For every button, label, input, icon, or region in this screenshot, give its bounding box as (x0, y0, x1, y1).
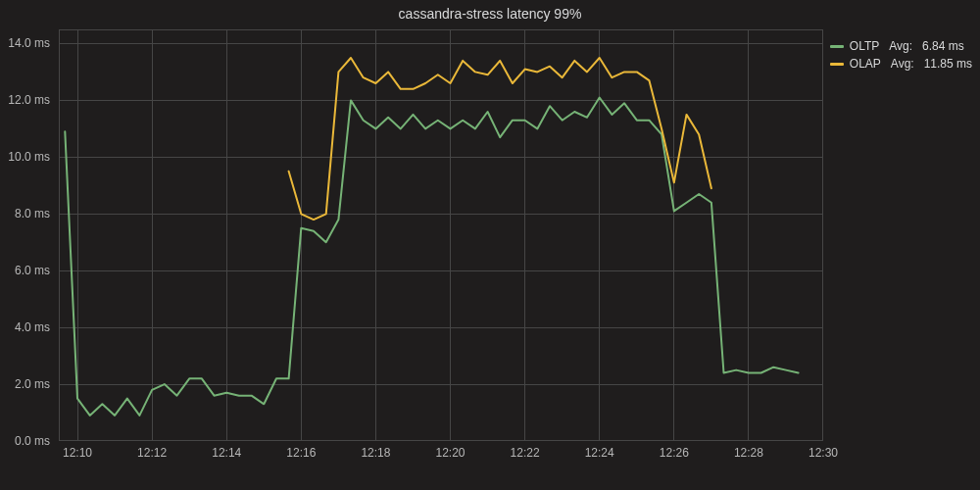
legend-label-oltp: OLTP (850, 39, 879, 53)
legend-stat-value-olap: 11.85 ms (924, 57, 972, 71)
legend-stat-value-oltp: 6.84 ms (922, 39, 964, 53)
x-tick-label: 12:30 (808, 446, 838, 460)
y-tick-label: 4.0 ms (15, 320, 50, 334)
y-tick-label: 0.0 ms (15, 434, 50, 448)
legend: OLTP Avg: 6.84 ms OLAP Avg: 11.85 ms (830, 39, 972, 74)
y-tick-label: 12.0 ms (8, 93, 50, 107)
legend-stat-label-oltp: Avg: (889, 39, 912, 53)
legend-stat-label-olap: Avg: (891, 57, 914, 71)
grid-lines (59, 29, 823, 441)
x-tick-label: 12:24 (585, 446, 614, 460)
series-oltp (65, 98, 798, 416)
x-tick-label: 12:16 (286, 446, 316, 460)
x-tick-label: 12:14 (212, 446, 241, 460)
legend-item-oltp[interactable]: OLTP Avg: 6.84 ms (830, 39, 972, 53)
y-tick-label: 6.0 ms (15, 264, 50, 277)
x-tick-label: 12:18 (361, 446, 390, 460)
chart-title: cassandra-stress latency 99% (0, 6, 980, 22)
series-lines (65, 58, 798, 416)
svg-rect-0 (60, 30, 823, 441)
x-tick-label: 12:22 (511, 446, 540, 460)
series-olap (289, 58, 711, 220)
x-tick-label: 12:26 (660, 446, 689, 460)
legend-item-olap[interactable]: OLAP Avg: 11.85 ms (830, 57, 972, 71)
y-tick-label: 2.0 ms (15, 377, 50, 391)
legend-label-olap: OLAP (850, 57, 881, 71)
x-tick-label: 12:20 (435, 446, 465, 460)
x-axis-ticks: 12:1012:1212:1412:1612:1812:2012:2212:24… (59, 446, 823, 466)
plot-area[interactable] (59, 29, 823, 441)
y-tick-label: 14.0 ms (8, 36, 50, 50)
legend-swatch-oltp (830, 45, 844, 48)
y-axis-ticks: 0.0 ms2.0 ms4.0 ms6.0 ms8.0 ms10.0 ms12.… (0, 29, 54, 441)
plot-border (60, 30, 823, 441)
y-tick-label: 8.0 ms (15, 207, 50, 220)
x-tick-label: 12:12 (137, 446, 167, 460)
y-tick-label: 10.0 ms (8, 150, 50, 164)
x-tick-label: 12:28 (734, 446, 763, 460)
legend-swatch-olap (830, 63, 844, 66)
x-tick-label: 12:10 (63, 446, 92, 460)
chart-panel: cassandra-stress latency 99% 0.0 ms2.0 m… (0, 0, 980, 490)
